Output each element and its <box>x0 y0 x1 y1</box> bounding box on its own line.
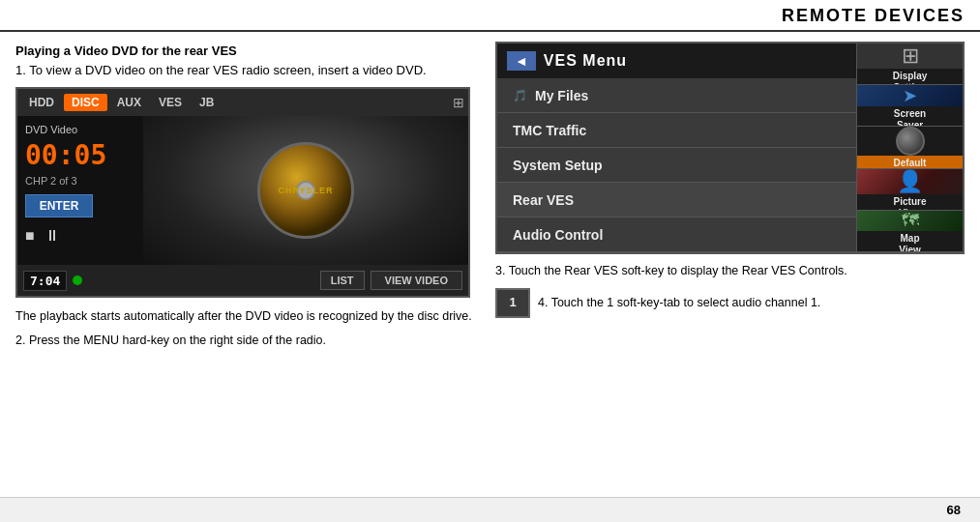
ves-menu-items: 🎵 My Files TMC Traffic System Setup Rear… <box>497 78 856 252</box>
tab-hdd[interactable]: HDD <box>21 94 62 111</box>
list-button[interactable]: LIST <box>320 271 365 290</box>
dvd-label: DVD Video <box>25 124 135 135</box>
screen-saver-graphic: ➤ <box>857 85 963 106</box>
tab-ves[interactable]: VES <box>151 94 190 111</box>
pause-button[interactable]: ⏸ <box>45 227 60 245</box>
step4-row: 1 4. Touch the 1 soft-key-tab to select … <box>495 288 965 317</box>
default-view-graphic <box>857 127 963 156</box>
thumb-default-view-img <box>857 127 963 156</box>
step2-text: 2. Press the MENU hard-key on the right … <box>15 332 480 350</box>
dvd-screen: HDD DISC AUX VES JB ⊞ DVD Video 00:05 CH… <box>15 87 470 298</box>
step4-text: 4. Touch the 1 soft-key-tab to select au… <box>538 294 820 312</box>
my-files-icon: 🎵 <box>513 89 527 102</box>
tab-disc[interactable]: DISC <box>64 94 107 111</box>
menu-item-label: System Setup <box>513 158 603 173</box>
step1-text: 1. To view a DVD video on the rear VES r… <box>15 63 427 77</box>
map-view-graphic: 🗺 <box>857 211 963 231</box>
back-button[interactable]: ◄ <box>507 51 536 71</box>
tab-jb[interactable]: JB <box>192 94 222 111</box>
right-column: ◄ VES Menu 🎵 My Files TMC Traffic System… <box>495 42 965 496</box>
green-indicator <box>73 276 82 285</box>
tab-bar: HDD DISC AUX VES JB ⊞ <box>17 89 468 116</box>
thumb-picture-view-label: PictureView <box>857 194 963 211</box>
ves-menu-right: ⊞ DisplaySetting ➤ ScreenSaver <box>856 44 963 252</box>
dvd-image-area: CHRYSLER <box>143 116 468 265</box>
tab-aux[interactable]: AUX <box>109 94 149 111</box>
tab-icon: ⊞ <box>453 95 464 110</box>
menu-item-label: TMC Traffic <box>513 123 586 138</box>
camera-graphic <box>896 127 925 156</box>
dvd-video-area: DVD Video 00:05 CHP 2 of 3 ENTER ■ ⏸ CHR… <box>17 116 468 265</box>
main-content: Playing a Video DVD for the rear VES 1. … <box>0 32 980 506</box>
thumb-screen-saver-label: ScreenSaver <box>857 106 963 127</box>
thumb-default-view-label: DefaultView <box>857 156 963 168</box>
channel-1-button[interactable]: 1 <box>495 288 530 317</box>
view-video-button[interactable]: VIEW VIDEO <box>371 271 462 290</box>
thumb-default-view[interactable]: DefaultView <box>857 127 963 168</box>
menu-item-audio-control[interactable]: Audio Control <box>497 218 856 252</box>
dvd-time: 00:05 <box>25 139 135 171</box>
thumb-screen-saver[interactable]: ➤ ScreenSaver <box>857 85 963 127</box>
ves-menu-title: VES Menu <box>544 52 627 70</box>
time-display: 7:04 <box>23 271 67 291</box>
page-footer: 68 <box>0 497 980 522</box>
thumb-display-setting-label: DisplaySetting <box>857 69 963 85</box>
thumb-display-setting[interactable]: ⊞ DisplaySetting <box>857 44 963 85</box>
thumb-display-setting-img: ⊞ <box>857 44 963 69</box>
map-icon: 🗺 <box>902 211 919 231</box>
ves-screen: ◄ VES Menu 🎵 My Files TMC Traffic System… <box>495 42 965 254</box>
stop-button[interactable]: ■ <box>25 227 35 245</box>
thumb-picture-view[interactable]: 👤 PictureView <box>857 169 963 211</box>
picture-view-graphic: 👤 <box>857 169 963 194</box>
step3-text: 3. Touch the Rear VES soft-key to displa… <box>495 262 965 280</box>
thumb-map-view-img: 🗺 <box>857 211 963 231</box>
thumb-screen-saver-img: ➤ <box>857 85 963 106</box>
ves-menu-header: ◄ VES Menu <box>497 44 856 78</box>
after-text: The playback starts automatically after … <box>15 307 480 326</box>
menu-item-tmc-traffic[interactable]: TMC Traffic <box>497 113 856 148</box>
thumb-map-view-label: MapView <box>857 231 963 252</box>
menu-item-my-files[interactable]: 🎵 My Files <box>497 78 856 113</box>
display-icon: ⊞ <box>902 44 919 69</box>
picture-icon: 👤 <box>897 169 923 194</box>
page-title: REMOTE DEVICES <box>782 6 965 25</box>
enter-button[interactable]: ENTER <box>25 194 93 218</box>
intro-text: Playing a Video DVD for the rear VES 1. … <box>15 42 480 79</box>
dvd-logo: CHRYSLER <box>278 186 333 195</box>
menu-item-label: Rear VES <box>513 192 574 208</box>
dvd-disc-graphic: CHRYSLER <box>257 142 354 239</box>
menu-item-system-setup[interactable]: System Setup <box>497 148 856 183</box>
display-setting-graphic: ⊞ <box>857 44 963 69</box>
dvd-bottom-bar: 7:04 LIST VIEW VIDEO <box>17 265 468 296</box>
screen-saver-icon: ➤ <box>903 85 917 106</box>
menu-item-label: Audio Control <box>513 227 603 243</box>
ves-menu-left: ◄ VES Menu 🎵 My Files TMC Traffic System… <box>497 44 856 252</box>
page-number: 68 <box>947 503 961 517</box>
left-column: Playing a Video DVD for the rear VES 1. … <box>15 42 480 496</box>
menu-item-rear-ves[interactable]: Rear VES <box>497 183 856 218</box>
intro-bold: Playing a Video DVD for the rear VES <box>15 44 237 58</box>
dvd-controls: ■ ⏸ <box>25 227 135 245</box>
menu-item-label: My Files <box>535 88 588 103</box>
page-header: REMOTE DEVICES <box>0 0 980 32</box>
dvd-chapter: CHP 2 of 3 <box>25 175 135 187</box>
thumb-picture-view-img: 👤 <box>857 169 963 194</box>
thumb-map-view[interactable]: 🗺 MapView <box>857 211 963 252</box>
dvd-info-panel: DVD Video 00:05 CHP 2 of 3 ENTER ■ ⏸ <box>17 116 143 265</box>
